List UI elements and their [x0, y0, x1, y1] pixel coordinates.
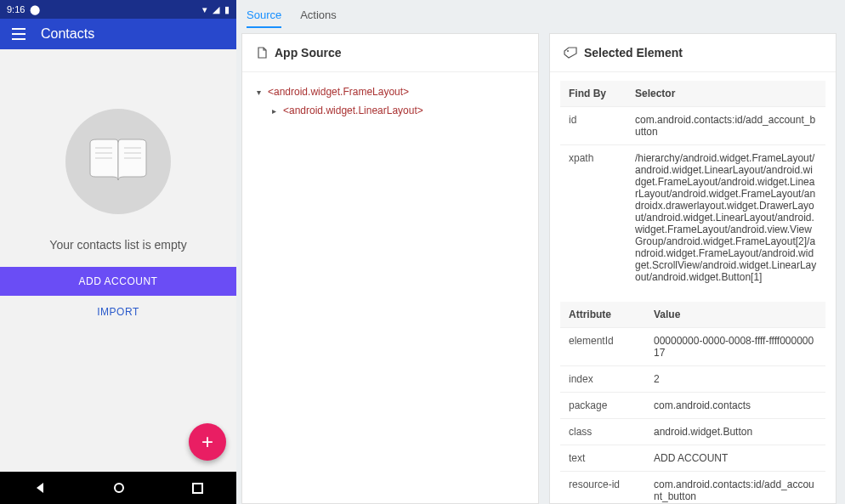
tree-node-child[interactable]: ▸ <android.widget.LinearLayout>: [254, 101, 526, 120]
source-title: App Source: [275, 46, 342, 59]
attr-key: resource-id: [560, 472, 645, 504]
tree-node-root[interactable]: ▾ <android.widget.FrameLayout>: [254, 82, 526, 101]
status-bar: 9:16 ⬤ ▾ ◢ ▮: [0, 0, 236, 19]
import-label: IMPORT: [97, 306, 139, 318]
book-icon: [88, 138, 148, 185]
attr-key: class: [560, 419, 645, 445]
findby-table: Find By Selector id com.android.contacts…: [560, 81, 825, 290]
value-col-header: Value: [645, 302, 825, 328]
selected-element-panel: Selected Element Find By Selector id com…: [549, 33, 836, 504]
nav-back-icon[interactable]: [33, 481, 47, 495]
attr-col-header: Attribute: [560, 302, 645, 328]
attr-val[interactable]: ADD ACCOUNT: [645, 445, 825, 472]
status-time: 9:16: [7, 4, 25, 14]
table-row: xpath /hierarchy/android.widget.FrameLay…: [560, 145, 825, 291]
attr-val[interactable]: android.widget.Button: [645, 419, 825, 445]
caret-right-icon: ▸: [269, 106, 278, 116]
svg-point-8: [567, 50, 569, 52]
attr-key: elementId: [560, 328, 645, 366]
attr-val[interactable]: com.android.contacts: [645, 393, 825, 419]
nav-recent-icon[interactable]: [192, 483, 203, 494]
selector-col-header: Selector: [627, 81, 825, 107]
fab-add-button[interactable]: +: [189, 423, 226, 461]
attr-key: text: [560, 445, 645, 472]
plus-icon: +: [201, 430, 213, 454]
table-row: elementId00000000-0000-0008-ffff-ffff000…: [560, 328, 825, 366]
svg-point-6: [115, 484, 123, 492]
tab-source[interactable]: Source: [247, 8, 281, 28]
attr-key: package: [560, 393, 645, 419]
battery-icon: ▮: [224, 4, 230, 15]
app-source-panel: App Source ▾ <android.widget.FrameLayout…: [241, 33, 539, 504]
menu-icon[interactable]: [12, 26, 26, 42]
attr-key: index: [560, 366, 645, 393]
caret-down-icon: ▾: [254, 88, 263, 97]
signal-icon: ◢: [213, 4, 219, 15]
selected-title: Selected Element: [584, 46, 683, 59]
android-nav-bar: [0, 472, 236, 504]
table-row: classandroid.widget.Button: [560, 419, 825, 445]
add-account-button[interactable]: ADD ACCOUNT: [0, 267, 236, 296]
empty-illustration: [65, 109, 171, 214]
table-row: textADD ACCOUNT: [560, 445, 825, 472]
empty-text: Your contacts list is empty: [49, 238, 186, 252]
phone-body: Your contacts list is empty ADD ACCOUNT …: [0, 49, 236, 472]
wifi-icon: ▾: [202, 4, 207, 15]
findby-val[interactable]: /hierarchy/android.widget.FrameLayout/an…: [627, 145, 825, 291]
source-tree: ▾ <android.widget.FrameLayout> ▸ <androi…: [242, 72, 538, 130]
attributes-table: Attribute Value elementId00000000-0000-0…: [560, 302, 825, 503]
nav-home-icon[interactable]: [113, 482, 125, 494]
findby-val[interactable]: com.android.contacts:id/add_account_butt…: [627, 107, 825, 145]
phone-preview: 9:16 ⬤ ▾ ◢ ▮ Contacts: [0, 0, 236, 504]
findby-key: id: [560, 107, 627, 145]
tree-tag-child: android.widget.LinearLayout: [289, 105, 417, 116]
svg-rect-7: [193, 484, 202, 493]
table-row: index2: [560, 366, 825, 393]
import-button[interactable]: IMPORT: [92, 301, 144, 323]
tag-icon: [564, 47, 577, 59]
table-row: resource-idcom.android.contacts:id/add_a…: [560, 472, 825, 504]
app-title: Contacts: [41, 26, 94, 42]
findby-key: xpath: [560, 145, 627, 291]
app-bar: Contacts: [0, 19, 236, 49]
document-icon: [256, 47, 268, 59]
findby-col-header: Find By: [560, 81, 627, 107]
inspector-tabs: Source Actions: [241, 0, 836, 33]
tree-tag-root: android.widget.FrameLayout: [274, 86, 403, 98]
attr-val[interactable]: com.android.contacts:id/add_account_butt…: [645, 472, 825, 504]
attr-val[interactable]: 2: [645, 366, 825, 393]
table-row: id com.android.contacts:id/add_account_b…: [560, 107, 825, 145]
add-account-label: ADD ACCOUNT: [79, 275, 158, 287]
attr-val[interactable]: 00000000-0000-0008-ffff-ffff00000017: [645, 328, 825, 366]
tab-actions[interactable]: Actions: [300, 8, 337, 28]
table-row: packagecom.android.contacts: [560, 393, 825, 419]
status-dot-icon: ⬤: [30, 4, 40, 15]
